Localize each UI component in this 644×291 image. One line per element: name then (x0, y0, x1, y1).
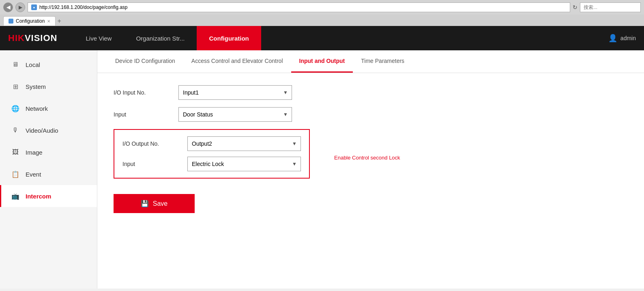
sidebar-item-video-audio[interactable]: 🎙 Video/Audio (0, 119, 97, 141)
tab-close-button[interactable]: ✕ (47, 19, 50, 24)
monitor-icon: 🖥 (11, 60, 20, 69)
output-input-label: Input (122, 161, 187, 167)
sidebar-label-event: Event (26, 171, 41, 178)
sidebar-label-network: Network (26, 105, 48, 112)
back-button[interactable]: ◀ (3, 2, 13, 12)
top-nav: HIKVISION Live View Organization Str... … (0, 26, 644, 50)
io-input-no-select-wrapper: Input1 Input2 ▼ (178, 85, 292, 100)
main-content: 🖥 Local ⊞ System 🌐 Network 🎙 Video/Audio… (0, 50, 644, 289)
nav-configuration[interactable]: Configuration (197, 26, 261, 50)
enable-control-text: Enable Control second Lock (334, 155, 400, 161)
browser-tab[interactable]: Configuration ✕ (3, 16, 56, 26)
forward-button[interactable]: ▶ (15, 2, 25, 12)
sidebar-item-system[interactable]: ⊞ System (0, 75, 97, 97)
input-door-status-row: Input Door Status Electric Lock None ▼ (114, 107, 628, 122)
nav-links: Live View Organization Str... Configurat… (73, 26, 608, 50)
tab-input-output[interactable]: Input and Output (291, 50, 353, 73)
nav-organization[interactable]: Organization Str... (124, 26, 197, 50)
nav-live-view[interactable]: Live View (73, 26, 124, 50)
sidebar: 🖥 Local ⊞ System 🌐 Network 🎙 Video/Audio… (0, 50, 97, 289)
video-audio-icon: 🎙 (11, 126, 20, 135)
content-tabs: Device ID Configuration Access Control a… (97, 50, 644, 73)
address-bar: ● http://192.168.1.200/doc/page/config.a… (28, 2, 570, 12)
address-text: http://192.168.1.200/doc/page/config.asp (39, 4, 128, 10)
browser-chrome: ◀ ▶ ● http://192.168.1.200/doc/page/conf… (0, 0, 644, 26)
save-button[interactable]: 💾 Save (114, 194, 195, 213)
intercom-icon: 📺 (11, 192, 20, 200)
tab-access-control[interactable]: Access Control and Elevator Control (183, 50, 291, 73)
address-icon: ● (31, 4, 37, 10)
tab-time-parameters[interactable]: Time Parameters (353, 50, 412, 73)
app-wrapper: HIKVISION Live View Organization Str... … (0, 26, 644, 289)
sidebar-item-intercom[interactable]: 📺 Intercom (0, 185, 97, 207)
content-panel: Device ID Configuration Access Control a… (97, 50, 644, 289)
nav-user: 👤 admin (608, 34, 636, 43)
io-input-no-select[interactable]: Input1 Input2 (178, 85, 292, 100)
user-icon: 👤 (608, 34, 617, 43)
save-icon: 💾 (141, 200, 149, 207)
browser-toolbar: ◀ ▶ ● http://192.168.1.200/doc/page/conf… (0, 0, 644, 15)
io-output-no-label: I/O Output No. (122, 140, 187, 147)
logo-vision: VISION (25, 33, 58, 43)
new-tab-button[interactable]: + (57, 17, 61, 25)
save-label: Save (153, 200, 167, 207)
logo: HIKVISION (8, 33, 57, 43)
network-icon: 🌐 (11, 104, 20, 113)
io-input-no-row: I/O Input No. Input1 Input2 ▼ (114, 85, 628, 100)
highlighted-output-section: I/O Output No. Output1 Output2 ▼ (114, 129, 310, 179)
sidebar-item-local[interactable]: 🖥 Local (0, 54, 97, 75)
io-output-no-select-wrapper: Output1 Output2 ▼ (187, 136, 301, 151)
sidebar-item-image[interactable]: 🖼 Image (0, 141, 97, 163)
logo-text: HIKVISION (8, 33, 57, 43)
input-select-wrapper: Door Status Electric Lock None ▼ (178, 107, 292, 122)
io-output-no-row: I/O Output No. Output1 Output2 ▼ (122, 136, 301, 151)
sidebar-label-intercom: Intercom (26, 193, 51, 200)
sidebar-label-system: System (26, 83, 46, 90)
output-input-select[interactable]: Electric Lock None Door Status (187, 157, 301, 171)
sidebar-label-video-audio: Video/Audio (26, 127, 58, 134)
tab-device-id[interactable]: Device ID Configuration (107, 50, 183, 73)
sidebar-item-network[interactable]: 🌐 Network (0, 97, 97, 119)
tab-favicon (9, 19, 13, 24)
form-area: I/O Input No. Input1 Input2 ▼ Input (97, 73, 644, 225)
output-input-select-wrapper: Electric Lock None Door Status ▼ (187, 157, 301, 171)
io-input-no-label: I/O Input No. (114, 89, 178, 96)
input-select[interactable]: Door Status Electric Lock None (178, 107, 292, 122)
output-input-row: Input Electric Lock None Door Status ▼ (122, 157, 301, 171)
system-icon: ⊞ (11, 82, 20, 91)
search-input[interactable] (580, 2, 641, 12)
tab-label: Configuration (16, 18, 45, 24)
tab-bar: Configuration ✕ + (0, 15, 644, 26)
sidebar-label-local: Local (26, 61, 40, 68)
image-icon: 🖼 (11, 148, 20, 157)
event-icon: 📋 (11, 170, 20, 179)
sidebar-item-event[interactable]: 📋 Event (0, 163, 97, 185)
logo-hik: HIK (8, 33, 25, 43)
refresh-button[interactable]: ↻ (573, 4, 577, 11)
user-label: admin (620, 35, 636, 41)
sidebar-label-image: Image (26, 149, 43, 156)
input-label: Input (114, 111, 178, 118)
io-output-no-select[interactable]: Output1 Output2 (187, 136, 301, 151)
